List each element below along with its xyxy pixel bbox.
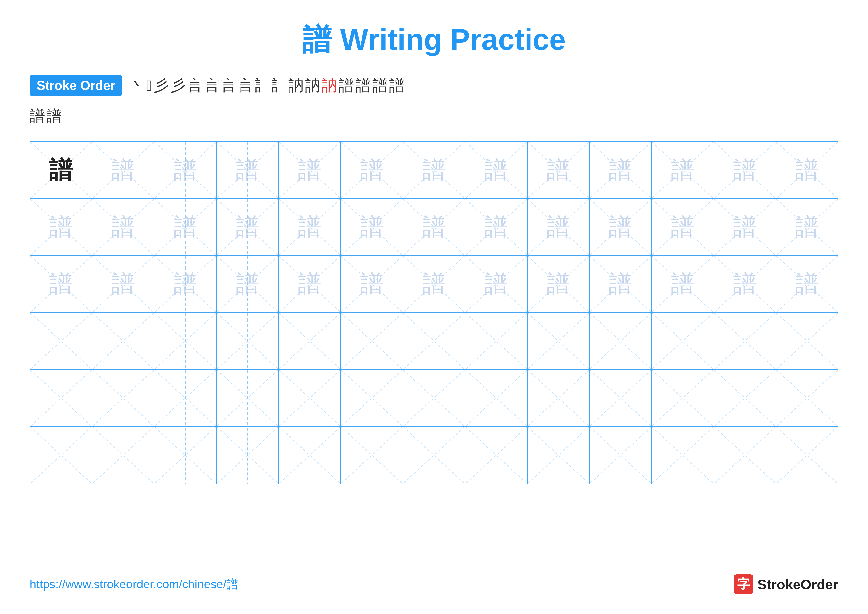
grid-cell-3-7[interactable] [465, 313, 527, 370]
grid-cell-3-11[interactable] [714, 313, 776, 370]
practice-char: 譜 [609, 268, 632, 300]
grid-cell-3-8[interactable] [527, 313, 590, 370]
grid-cell-5-6[interactable] [403, 427, 465, 484]
grid-cell-0-7[interactable]: 譜 [465, 142, 527, 199]
grid-row-3 [30, 313, 838, 370]
grid-cell-1-2[interactable]: 譜 [154, 199, 217, 256]
grid-cell-1-9[interactable]: 譜 [590, 199, 652, 256]
stroke-1: 丶 [130, 75, 145, 96]
grid-cell-2-3[interactable]: 譜 [217, 256, 279, 313]
grid-cell-0-0[interactable]: 譜 [30, 142, 92, 199]
grid-cell-4-2[interactable] [154, 370, 217, 427]
grid-cell-0-3[interactable]: 譜 [217, 142, 279, 199]
footer-url[interactable]: https://www.strokeorder.com/chinese/譜 [30, 576, 238, 592]
grid-cell-5-11[interactable] [714, 427, 776, 484]
grid-cell-1-12[interactable]: 譜 [776, 199, 838, 256]
practice-char: 譜 [236, 154, 259, 186]
grid-cell-1-4[interactable]: 譜 [279, 199, 341, 256]
svg-line-118 [465, 370, 527, 426]
grid-cell-3-1[interactable] [92, 313, 154, 370]
grid-cell-3-5[interactable] [341, 313, 403, 370]
grid-cell-2-4[interactable]: 譜 [279, 256, 341, 313]
practice-char: 譜 [112, 211, 135, 243]
grid-cell-4-7[interactable] [465, 370, 527, 427]
svg-line-113 [279, 370, 341, 426]
grid-cell-0-11[interactable]: 譜 [714, 142, 776, 199]
stroke-4: 彡 [170, 75, 186, 96]
grid-cell-5-5[interactable] [341, 427, 403, 484]
grid-cell-3-0[interactable] [30, 313, 92, 370]
svg-line-79 [30, 313, 92, 369]
grid-cell-1-7[interactable]: 譜 [465, 199, 527, 256]
grid-row-5 [30, 427, 838, 484]
grid-cell-0-8[interactable]: 譜 [527, 142, 590, 199]
grid-cell-3-4[interactable] [279, 313, 341, 370]
grid-cell-5-4[interactable] [279, 427, 341, 484]
svg-line-155 [776, 427, 838, 484]
stroke-18: 譜 [30, 106, 45, 127]
grid-cell-2-12[interactable]: 譜 [776, 256, 838, 313]
grid-cell-5-8[interactable] [527, 427, 590, 484]
grid-cell-1-3[interactable]: 譜 [217, 199, 279, 256]
grid-cell-5-2[interactable] [154, 427, 217, 484]
svg-line-151 [652, 427, 713, 484]
grid-cell-5-12[interactable] [776, 427, 838, 484]
grid-cell-3-12[interactable] [776, 313, 838, 370]
grid-cell-0-5[interactable]: 譜 [341, 142, 403, 199]
grid-cell-2-7[interactable]: 譜 [465, 256, 527, 313]
grid-cell-0-4[interactable]: 譜 [279, 142, 341, 199]
grid-cell-0-1[interactable]: 譜 [92, 142, 154, 199]
grid-cell-2-0[interactable]: 譜 [30, 256, 92, 313]
grid-cell-1-10[interactable]: 譜 [652, 199, 714, 256]
practice-char: 譜 [609, 211, 632, 243]
grid-cell-4-10[interactable] [652, 370, 714, 427]
grid-cell-4-3[interactable] [217, 370, 279, 427]
grid-cell-5-7[interactable] [465, 427, 527, 484]
grid-cell-1-11[interactable]: 譜 [714, 199, 776, 256]
grid-cell-5-3[interactable] [217, 427, 279, 484]
grid-cell-5-10[interactable] [652, 427, 714, 484]
grid-cell-4-1[interactable] [92, 370, 154, 427]
grid-cell-1-1[interactable]: 譜 [92, 199, 154, 256]
grid-cell-1-5[interactable]: 譜 [341, 199, 403, 256]
grid-row-0: 譜譜譜譜譜譜譜譜譜譜譜譜譜 [30, 142, 838, 199]
grid-cell-0-12[interactable]: 譜 [776, 142, 838, 199]
grid-cell-2-2[interactable]: 譜 [154, 256, 217, 313]
grid-cell-3-2[interactable] [154, 313, 217, 370]
svg-line-124 [652, 370, 713, 426]
grid-cell-3-9[interactable] [590, 313, 652, 370]
stroke-16: 譜 [372, 75, 388, 96]
grid-cell-5-0[interactable] [30, 427, 92, 484]
grid-cell-3-3[interactable] [217, 313, 279, 370]
grid-cell-2-11[interactable]: 譜 [714, 256, 776, 313]
grid-cell-4-5[interactable] [341, 370, 403, 427]
grid-cell-0-2[interactable]: 譜 [154, 142, 217, 199]
svg-line-144 [465, 427, 527, 484]
grid-cell-4-11[interactable] [714, 370, 776, 427]
grid-cell-4-4[interactable] [279, 370, 341, 427]
grid-cell-0-6[interactable]: 譜 [403, 142, 465, 199]
grid-cell-5-1[interactable] [92, 427, 154, 484]
grid-cell-3-6[interactable] [403, 313, 465, 370]
grid-cell-0-10[interactable]: 譜 [652, 142, 714, 199]
grid-cell-4-0[interactable] [30, 370, 92, 427]
grid-cell-1-6[interactable]: 譜 [403, 199, 465, 256]
grid-cell-3-10[interactable] [652, 313, 714, 370]
grid-cell-4-8[interactable] [527, 370, 590, 427]
grid-cell-2-6[interactable]: 譜 [403, 256, 465, 313]
grid-cell-1-8[interactable]: 譜 [527, 199, 590, 256]
svg-line-83 [154, 313, 216, 369]
footer-logo: 字 StrokeOrder [734, 574, 838, 594]
grid-cell-0-9[interactable]: 譜 [590, 142, 652, 199]
grid-cell-4-9[interactable] [590, 370, 652, 427]
grid-cell-2-10[interactable]: 譜 [652, 256, 714, 313]
practice-char: 譜 [733, 211, 756, 243]
grid-cell-2-8[interactable]: 譜 [527, 256, 590, 313]
grid-cell-2-9[interactable]: 譜 [590, 256, 652, 313]
grid-cell-2-1[interactable]: 譜 [92, 256, 154, 313]
grid-cell-4-6[interactable] [403, 370, 465, 427]
grid-cell-5-9[interactable] [590, 427, 652, 484]
grid-cell-1-0[interactable]: 譜 [30, 199, 92, 256]
grid-cell-2-5[interactable]: 譜 [341, 256, 403, 313]
grid-cell-4-12[interactable] [776, 370, 838, 427]
